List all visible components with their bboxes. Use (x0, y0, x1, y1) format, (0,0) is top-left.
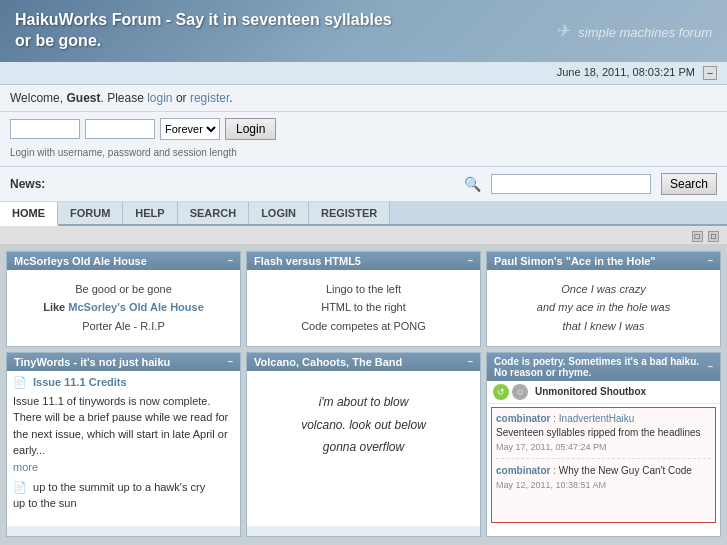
welcome-bar: Welcome, Guest. Please login or register… (0, 85, 727, 112)
box-flash: Flash versus HTML5 – Lingo to the left H… (246, 251, 481, 347)
box-mcsorleys: McSorleys Old Ale House – Be good or be … (6, 251, 241, 347)
flash-line-1: Lingo to the left (255, 280, 472, 299)
box-paulsimon-header: Paul Simon's "Ace in the Hole" – (487, 252, 720, 270)
smf-logo: ✈ simple machines forum (555, 20, 712, 42)
mini-icon-2[interactable]: □ (708, 231, 719, 242)
shoutbox-label: Unmonitored Shoutbox (535, 386, 646, 397)
box-mcsorleys-header: McSorleys Old Ale House – (7, 252, 240, 270)
welcome-end: . (229, 91, 232, 105)
shout-entry-2: combinator : Why the New Guy Can't Code … (496, 464, 711, 496)
box-codepoetry-minimize[interactable]: – (707, 361, 713, 372)
login-area: Forever 1 hour 1 day 1 week Login Login … (0, 112, 727, 167)
box-volcano-minimize[interactable]: – (467, 356, 473, 367)
news-label: News: (10, 177, 45, 191)
box-codepoetry-content: ↺ ☺ Unmonitored Shoutbox combinator : In… (487, 381, 720, 536)
login-link[interactable]: login (147, 91, 172, 105)
shout-2-time: May 12, 2011, 10:38:51 AM (496, 480, 606, 490)
register-link[interactable]: register (190, 91, 229, 105)
shout-1-time: May 17, 2011, 05:47:24 PM (496, 442, 607, 452)
shout-1-user: combinator (496, 413, 550, 424)
box-paulsimon: Paul Simon's "Ace in the Hole" – Once I … (486, 251, 721, 347)
box-paulsimon-minimize[interactable]: – (707, 255, 713, 266)
password-input[interactable] (85, 119, 155, 139)
issue-link[interactable]: Issue 11.1 Credits (33, 376, 127, 388)
shoutbox-scroll[interactable]: combinator : InadvertentHaiku Seventeen … (491, 407, 716, 523)
nav-item-forum[interactable]: FORUM (58, 202, 123, 224)
welcome-prefix: Welcome, (10, 91, 66, 105)
topbar-minimize-button[interactable]: – (703, 66, 717, 80)
shout-1-text: Seventeen syllables ripped from the head… (496, 427, 701, 438)
box-flash-content: Lingo to the left HTML to the right Code… (247, 270, 480, 346)
nav-item-search[interactable]: SEARCH (178, 202, 249, 224)
flash-line-3: Code competes at PONG (255, 317, 472, 336)
doc-icon-2: 📄 (13, 481, 27, 493)
box-volcano-title: Volcano, Cahoots, The Band (254, 356, 402, 368)
mcsorleys-line-3: Porter Ale - R.I.P (15, 317, 232, 336)
boxes-row-2: TinyWords - it's not just haiku – 📄 Issu… (6, 352, 721, 537)
smf-logo-icon: ✈ (555, 21, 570, 41)
welcome-text: Welcome, Guest. Please login or register… (10, 91, 233, 105)
shout-1-source: InadvertentHaiku (559, 413, 635, 424)
login-button[interactable]: Login (225, 118, 276, 140)
box-tinywords: TinyWords - it's not just haiku – 📄 Issu… (6, 352, 241, 537)
extra-line-2: up to the sun (13, 495, 234, 512)
site-header: HaikuWorks Forum - Say it in seventeen s… (0, 0, 727, 62)
box-volcano-content: i'm about to blow volcano. look out belo… (247, 371, 480, 526)
mcsorleys-line-2: Like McSorley's Old Ale House (15, 298, 232, 317)
volcano-line-3: gonna overflow (255, 436, 472, 459)
box-flash-minimize[interactable]: – (467, 255, 473, 266)
news-bar: News: 🔍 Search (0, 167, 727, 202)
content-area: McSorleys Old Ale House – Be good or be … (0, 245, 727, 545)
extra-line-1: up to the summit up to a hawk's cry (33, 481, 205, 493)
datetime-label: June 18, 2011, 08:03:21 PM (557, 66, 695, 78)
mini-icon-1[interactable]: □ (692, 231, 703, 242)
box-codepoetry: Code is poetry. Sometimes it's a bad hai… (486, 352, 721, 537)
paul-line-3: that I knew I was (495, 317, 712, 336)
nav-bar: HOME FORUM HELP SEARCH LOGIN REGISTER (0, 202, 727, 226)
minimize-icons-bar: □ □ (0, 226, 727, 245)
paul-line-1: Once I was crazy (495, 280, 712, 299)
search-button[interactable]: Search (661, 173, 717, 195)
box-volcano-header: Volcano, Cahoots, The Band – (247, 353, 480, 371)
shoutbox-icons-row: ↺ ☺ Unmonitored Shoutbox (487, 381, 720, 404)
box-paulsimon-content: Once I was crazy and my ace in the hole … (487, 270, 720, 346)
box-codepoetry-header: Code is poetry. Sometimes it's a bad hai… (487, 353, 720, 381)
search-icon: 🔍 (464, 176, 481, 192)
welcome-middle: . Please (100, 91, 147, 105)
flash-line-2: HTML to the right (255, 298, 472, 317)
nav-item-register[interactable]: REGISTER (309, 202, 390, 224)
paul-line-2: and my ace in the hole was (495, 298, 712, 317)
site-title: HaikuWorks Forum - Say it in seventeen s… (15, 10, 395, 52)
refresh-icon[interactable]: ↺ (493, 384, 509, 400)
smiley-icon[interactable]: ☺ (512, 384, 528, 400)
doc-icon: 📄 (13, 376, 27, 388)
smf-logo-text: simple machines forum (578, 25, 712, 40)
login-hint: Login with username, password and sessio… (10, 147, 717, 158)
mcsorleys-link[interactable]: McSorley's Old Ale House (68, 301, 203, 313)
welcome-or: or (173, 91, 190, 105)
nav-item-help[interactable]: HELP (123, 202, 177, 224)
mcsorleys-line-1: Be good or be gone (15, 280, 232, 299)
search-input[interactable] (491, 174, 651, 194)
box-tinywords-content: 📄 Issue 11.1 Credits Issue 11.1 of tinyw… (7, 371, 240, 526)
box-volcano: Volcano, Cahoots, The Band – i'm about t… (246, 352, 481, 537)
box-mcsorleys-title: McSorleys Old Ale House (14, 255, 147, 267)
box-flash-header: Flash versus HTML5 – (247, 252, 480, 270)
more-link[interactable]: more (13, 461, 38, 473)
nav-item-login[interactable]: LOGIN (249, 202, 309, 224)
username-input[interactable] (10, 119, 80, 139)
issue-text: Issue 11.1 of tinywords is now complete.… (13, 393, 234, 459)
nav-item-home[interactable]: HOME (0, 202, 58, 226)
boxes-row-1: McSorleys Old Ale House – Be good or be … (6, 251, 721, 347)
topbar: June 18, 2011, 08:03:21 PM – (0, 62, 727, 85)
box-tinywords-title: TinyWords - it's not just haiku (14, 356, 170, 368)
box-mcsorleys-content: Be good or be gone Like McSorley's Old A… (7, 270, 240, 346)
shout-2-text: Why the New Guy Can't Code (559, 465, 692, 476)
box-codepoetry-title: Code is poetry. Sometimes it's a bad hai… (494, 356, 707, 378)
session-select[interactable]: Forever 1 hour 1 day 1 week (160, 118, 220, 140)
volcano-line-1: i'm about to blow (255, 391, 472, 414)
box-mcsorleys-minimize[interactable]: – (227, 255, 233, 266)
box-tinywords-minimize[interactable]: – (227, 356, 233, 367)
shout-2-user: combinator (496, 465, 550, 476)
guest-label: Guest (66, 91, 100, 105)
